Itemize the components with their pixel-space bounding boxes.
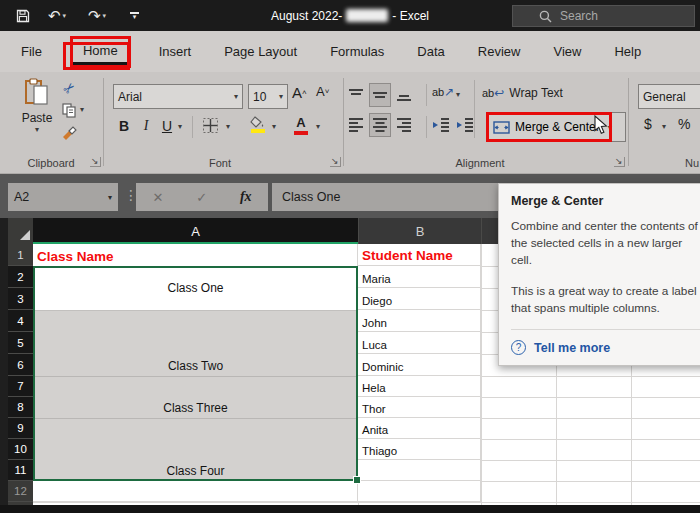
paste-dropdown-icon[interactable]: ▾ xyxy=(35,125,39,134)
cell-b4[interactable]: John xyxy=(358,310,481,332)
accounting-format-button[interactable]: $ xyxy=(644,116,652,132)
orientation-arrow-icon: ↗ xyxy=(444,85,454,99)
row-header-6[interactable]: 6 xyxy=(8,354,33,376)
middle-align-icon xyxy=(372,87,388,103)
insert-function-icon[interactable]: fx xyxy=(240,189,252,205)
merged-cell-class-three[interactable]: Class Three xyxy=(33,376,358,418)
cell-b7[interactable]: Hela xyxy=(358,376,481,397)
row-header-8[interactable]: 8 xyxy=(8,397,33,418)
clipboard-dialog-launcher[interactable]: ↘ xyxy=(90,157,101,167)
merged-cell-class-four[interactable]: Class Four xyxy=(33,418,358,481)
cell-b3[interactable]: Diego xyxy=(358,288,481,310)
font-name-combo[interactable]: Arial ▾ xyxy=(113,84,243,109)
bottom-align-button[interactable] xyxy=(396,87,412,103)
increase-indent-button[interactable] xyxy=(456,117,474,133)
enter-icon[interactable]: ✓ xyxy=(196,190,207,205)
fill-color-dropdown-icon[interactable]: ▾ xyxy=(272,122,276,131)
copy-button[interactable] xyxy=(60,102,78,118)
row-header-12[interactable]: 12 xyxy=(8,481,33,502)
decrease-indent-button[interactable] xyxy=(432,117,450,133)
merge-and-center-button[interactable]: Merge & Center ▾ xyxy=(486,112,626,142)
cell-a12[interactable] xyxy=(33,481,358,502)
row-header-4[interactable]: 4 xyxy=(8,310,33,332)
cell-b6[interactable]: Dominic xyxy=(358,354,481,376)
row-header-3[interactable]: 3 xyxy=(8,288,33,310)
tab-file[interactable]: File xyxy=(19,39,44,64)
top-align-button[interactable] xyxy=(348,87,364,103)
name-box-dropdown-icon[interactable]: ▾ xyxy=(108,193,112,202)
accounting-dropdown-icon[interactable]: ▾ xyxy=(662,122,666,131)
tab-review[interactable]: Review xyxy=(476,39,523,64)
tab-view[interactable]: View xyxy=(551,39,583,64)
middle-align-button[interactable] xyxy=(369,83,391,107)
row-header-1[interactable]: 1 xyxy=(8,244,33,266)
name-box[interactable]: A2 ▾ xyxy=(8,183,118,211)
bold-button[interactable]: B xyxy=(116,116,132,136)
paste-button[interactable]: Paste ▾ xyxy=(16,78,58,134)
cell-b5[interactable]: Luca xyxy=(358,332,481,354)
number-format-combo[interactable]: General xyxy=(638,84,700,109)
tab-formulas[interactable]: Formulas xyxy=(328,39,386,64)
redo-button[interactable]: ↷ ▾ xyxy=(88,0,106,31)
row-header-10[interactable]: 10 xyxy=(8,439,33,460)
row-header-2[interactable]: 2 xyxy=(8,266,33,288)
fill-color-button[interactable] xyxy=(250,116,266,133)
cell-b11[interactable] xyxy=(358,460,481,481)
cell-b1[interactable]: Student Name xyxy=(358,244,481,266)
search-input[interactable]: Search xyxy=(512,5,695,27)
font-name-dropdown-icon[interactable]: ▾ xyxy=(234,92,238,101)
tab-home[interactable]: Home xyxy=(73,39,128,65)
underline-dropdown-icon[interactable]: ▾ xyxy=(178,122,182,131)
tab-page-layout[interactable]: Page Layout xyxy=(222,39,299,64)
cut-button[interactable]: ✂ xyxy=(57,76,81,100)
cell-b10[interactable]: Thiago xyxy=(358,439,481,460)
merged-cell-class-one[interactable]: Class One xyxy=(33,266,358,310)
tab-insert[interactable]: Insert xyxy=(157,39,194,64)
merged-cell-class-two[interactable]: Class Two xyxy=(33,310,358,376)
tab-help[interactable]: Help xyxy=(612,39,643,64)
row-header-11[interactable]: 11 xyxy=(8,460,33,481)
alignment-dialog-launcher[interactable]: ↘ xyxy=(614,157,625,167)
redo-dropdown-icon[interactable]: ▾ xyxy=(103,12,107,20)
center-button[interactable] xyxy=(369,113,391,137)
borders-dropdown-icon[interactable]: ▾ xyxy=(226,122,230,131)
cell-b8[interactable]: Thor xyxy=(358,397,481,418)
save-icon[interactable] xyxy=(16,0,30,31)
borders-button[interactable] xyxy=(202,117,219,134)
fill-handle[interactable] xyxy=(353,476,361,484)
copy-dropdown-icon[interactable]: ▾ xyxy=(80,105,84,114)
tell-me-more-link[interactable]: Tell me more xyxy=(534,341,610,355)
row-header-5[interactable]: 5 xyxy=(8,332,33,354)
align-left-button[interactable] xyxy=(348,117,364,133)
format-painter-button[interactable] xyxy=(60,124,78,140)
wrap-text-button[interactable]: ab ↩ Wrap Text xyxy=(482,86,563,100)
orientation-dropdown-icon[interactable]: ▾ xyxy=(456,90,460,99)
column-header-b[interactable]: B xyxy=(358,218,481,244)
font-color-button[interactable]: A xyxy=(294,115,308,135)
font-dialog-launcher[interactable]: ↘ xyxy=(330,157,341,167)
font-size-combo[interactable]: 10 ▾ xyxy=(248,84,288,109)
select-all-button[interactable] xyxy=(8,218,33,244)
merge-dropdown-icon[interactable]: ▾ xyxy=(608,123,612,132)
cell-a1[interactable]: Class Name xyxy=(33,244,358,266)
tab-data[interactable]: Data xyxy=(415,39,446,64)
cell-b2[interactable]: Maria xyxy=(358,266,481,288)
underline-button[interactable]: U xyxy=(160,116,174,136)
cell-b12[interactable] xyxy=(358,481,481,502)
customize-quick-access-toolbar-button[interactable]: ▾ xyxy=(130,0,139,31)
increase-font-size-button[interactable]: A˄ xyxy=(292,84,307,101)
font-color-dropdown-icon[interactable]: ▾ xyxy=(316,122,320,131)
undo-button[interactable]: ↶ ▾ xyxy=(48,0,66,31)
row-header-9[interactable]: 9 xyxy=(8,418,33,439)
row-header-7[interactable]: 7 xyxy=(8,376,33,397)
cell-b9[interactable]: Anita xyxy=(358,418,481,439)
undo-dropdown-icon[interactable]: ▾ xyxy=(63,12,67,20)
italic-button[interactable]: I xyxy=(140,116,152,136)
align-right-button[interactable] xyxy=(396,117,412,133)
decrease-font-size-button[interactable]: A˅ xyxy=(316,84,329,99)
cancel-icon[interactable]: ✕ xyxy=(152,190,163,205)
font-size-dropdown-icon[interactable]: ▾ xyxy=(279,92,283,101)
orientation-button[interactable]: ab ↗ xyxy=(432,85,454,99)
percent-style-button[interactable]: % xyxy=(678,116,690,132)
column-header-a[interactable]: A xyxy=(33,218,358,244)
